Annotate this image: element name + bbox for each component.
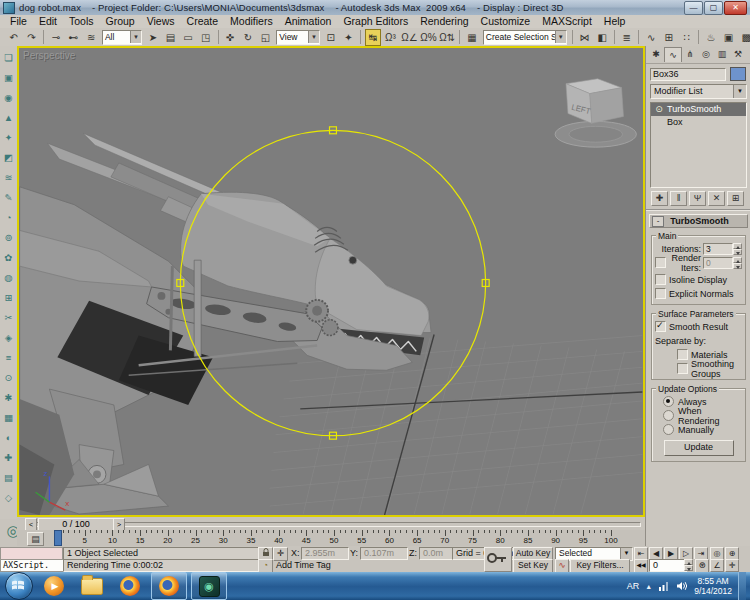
maximize-button[interactable]: ▢ — [704, 1, 723, 15]
key-mode-toggle[interactable]: ◀◀ — [634, 559, 648, 573]
modifier-enable-bulb-icon[interactable]: ⊙ — [654, 103, 664, 116]
tab-utilities[interactable]: ⚒ — [730, 47, 746, 61]
always-radio[interactable] — [663, 396, 674, 407]
pan-view-button[interactable]: ✛ — [725, 559, 739, 572]
isoline-display-checkbox[interactable] — [655, 274, 666, 285]
network-icon[interactable] — [658, 577, 670, 595]
modifier-stack-item-box[interactable]: Box — [651, 116, 746, 129]
frame-spinner[interactable] — [684, 559, 693, 571]
object-name-field[interactable]: Box36 — [650, 68, 726, 81]
left-tool-icon-4[interactable]: ▲ — [1, 110, 17, 126]
modifier-stack-item-turbosmooth[interactable]: ⊙TurboSmooth — [651, 103, 746, 116]
menu-edit[interactable]: Edit — [33, 15, 63, 28]
left-tool-icon-21[interactable]: ✚ — [1, 450, 17, 466]
undo-icon[interactable]: ↶ — [6, 29, 22, 46]
tab-modify[interactable]: ∿ — [664, 47, 682, 62]
left-tool-icon-6[interactable]: ◩ — [1, 150, 17, 166]
pin-stack-button[interactable]: ✚ — [651, 191, 668, 206]
mirror-icon[interactable]: ⋈ — [577, 29, 593, 46]
update-button[interactable]: Update — [664, 440, 734, 456]
left-tool-icon-1[interactable]: ❏ — [1, 50, 17, 66]
named-selection-dropdown[interactable]: Create Selection Set▼ — [483, 30, 567, 45]
use-pivot-center-icon[interactable]: ⊡ — [323, 29, 339, 46]
unlink-selection-icon[interactable]: ⊷ — [66, 29, 82, 46]
viewport-label[interactable]: Perspective — [23, 50, 75, 61]
volume-icon[interactable] — [676, 577, 688, 595]
key-filters-button[interactable]: Key Filters... — [570, 559, 630, 573]
iterations-spinner[interactable] — [733, 243, 742, 255]
menu-graph-editors[interactable]: Graph Editors — [337, 15, 414, 28]
left-tool-icon-10[interactable]: ⊚ — [1, 230, 17, 246]
maxscript-listener-input[interactable]: AXScript. — [0, 559, 65, 572]
left-tool-icon-11[interactable]: ✿ — [1, 250, 17, 266]
menu-create[interactable]: Create — [181, 15, 225, 28]
select-move-icon[interactable]: ✜ — [222, 29, 238, 46]
redo-icon[interactable]: ↷ — [24, 29, 40, 46]
time-slider[interactable]: < 0 / 100 > — [17, 517, 645, 531]
left-tool-icon-16[interactable]: ≡ — [1, 350, 17, 366]
left-tool-icon-18[interactable]: ✱ — [1, 390, 17, 406]
configure-modifier-sets-button[interactable]: ⊞ — [727, 191, 744, 206]
left-tool-icon-17[interactable]: ⊙ — [1, 370, 17, 386]
set-key-button[interactable]: Set Key — [513, 559, 553, 573]
smooth-result-checkbox[interactable] — [655, 321, 666, 332]
select-rotate-icon[interactable]: ↻ — [240, 29, 256, 46]
window-crossing-icon[interactable]: ◳ — [198, 29, 214, 46]
schematic-view-icon[interactable]: ⊞ — [661, 29, 677, 46]
menu-views[interactable]: Views — [141, 15, 181, 28]
track-bar-ruler[interactable]: 0510152025303540455055606570758085909510… — [17, 530, 645, 546]
current-frame-marker[interactable] — [54, 530, 62, 546]
left-tool-icon-15[interactable]: ◈ — [1, 330, 17, 346]
left-tool-icon-12[interactable]: ◍ — [1, 270, 17, 286]
named-selection-sets-icon[interactable]: ▦ — [464, 29, 480, 46]
tab-hierarchy[interactable]: ⋔ — [682, 47, 698, 61]
snap-3d-icon[interactable]: Ω³ — [383, 29, 399, 46]
left-tool-icon-8[interactable]: ✎ — [1, 190, 17, 206]
left-tool-icon-19[interactable]: ▦ — [1, 410, 17, 426]
material-editor-icon[interactable]: ∷ — [679, 29, 695, 46]
percent-snap-icon[interactable]: Ω% — [419, 29, 436, 46]
clock[interactable]: 8:55 AM 9/14/2012 — [694, 576, 732, 596]
layer-manager-icon[interactable]: ≣ — [619, 29, 635, 46]
time-configuration-button[interactable]: ⊛ — [695, 559, 709, 573]
time-tag-clock-icon[interactable]: ◔ — [258, 559, 273, 573]
left-tool-icon-5[interactable]: ✦ — [1, 130, 17, 146]
select-object-icon[interactable]: ➤ — [145, 29, 161, 46]
start-button[interactable] — [5, 572, 33, 600]
show-desktop-button[interactable] — [738, 572, 746, 600]
language-indicator[interactable]: AR — [627, 581, 640, 591]
tab-display[interactable]: ▥ — [714, 47, 730, 61]
modifier-stack[interactable]: ⊙TurboSmoothBox — [650, 102, 747, 188]
menu-rendering[interactable]: Rendering — [414, 15, 474, 28]
taskbar-button-firefox[interactable] — [113, 573, 147, 599]
taskbar-button-explorer[interactable] — [75, 573, 109, 599]
materials-checkbox[interactable] — [677, 349, 688, 360]
render-iters-spinner[interactable] — [733, 257, 742, 269]
select-scale-icon[interactable]: ◱ — [258, 29, 274, 46]
taskbar-button-firefox-2[interactable] — [151, 572, 187, 600]
modifier-list-dropdown[interactable]: Modifier List ▼ — [650, 84, 747, 99]
left-tool-icon-2[interactable]: ▣ — [1, 70, 17, 86]
menu-help[interactable]: Help — [598, 15, 632, 28]
menu-animation[interactable]: Animation — [279, 15, 338, 28]
when-rendering-radio[interactable] — [663, 410, 674, 421]
left-tool-icon-7[interactable]: ≋ — [1, 170, 17, 186]
menu-tools[interactable]: Tools — [63, 15, 100, 28]
field-of-view-button[interactable]: ∠ — [710, 559, 724, 572]
set-keys-key-button[interactable] — [484, 547, 512, 572]
left-tool-icon-13[interactable]: ⊞ — [1, 290, 17, 306]
select-manipulate-icon[interactable]: ✦ — [341, 29, 357, 46]
left-tool-icon-9[interactable]: ◔ — [1, 210, 17, 226]
reference-coordinate-dropdown[interactable]: View▼ — [276, 30, 320, 45]
align-icon[interactable]: ◧ — [594, 29, 610, 46]
manually-radio[interactable] — [663, 424, 674, 435]
object-color-swatch[interactable] — [730, 67, 746, 81]
menu-maxscript[interactable]: MAXScript — [536, 15, 598, 28]
menu-customize[interactable]: Customize — [475, 15, 537, 28]
curve-editor-icon[interactable]: ∿ — [643, 29, 659, 46]
viewcube[interactable]: LEFT — [555, 79, 636, 147]
menu-group[interactable]: Group — [100, 15, 141, 28]
absolute-offset-toggle-icon[interactable]: ✛ — [273, 547, 288, 561]
minimize-button[interactable]: — — [684, 1, 703, 15]
spinner-snap-icon[interactable]: Ω⇅ — [438, 29, 455, 46]
